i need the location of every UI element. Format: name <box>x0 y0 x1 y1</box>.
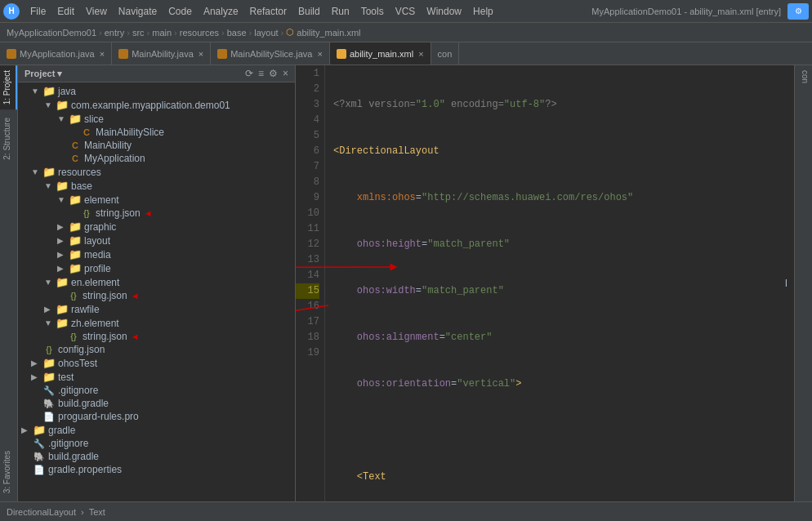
menu-vcs[interactable]: VCS <box>390 4 422 19</box>
breadcrumb-item-6[interactable]: layout <box>254 28 278 38</box>
tab-mainabilityslice-close[interactable]: × <box>317 49 322 59</box>
tab-abilitymain-label: ability_main.xml <box>350 49 413 59</box>
list-item[interactable]: {} string.json ◄ <box>18 289 295 302</box>
side-tab-favorites[interactable]: 3: Favorites <box>0 446 17 498</box>
menu-analyze[interactable]: Analyze <box>198 4 244 19</box>
tree-collapse-icon[interactable]: ≡ <box>258 68 264 79</box>
status-bar: DirectionalLayout › Text <box>0 501 812 521</box>
list-item[interactable]: 🐘 build.gradle <box>18 450 295 463</box>
menu-tools[interactable]: Tools <box>355 4 390 19</box>
list-item[interactable]: {} config.json <box>18 343 295 356</box>
menu-build[interactable]: Build <box>292 4 326 19</box>
tab-mainability-close[interactable]: × <box>199 49 203 59</box>
list-item[interactable]: ▶ 📁 profile <box>18 261 295 275</box>
tree-node-label: rawfile <box>71 304 100 315</box>
breadcrumb-item-7[interactable]: ⬡ <box>286 27 294 38</box>
status-breadcrumb-item-1[interactable]: Text <box>89 507 105 517</box>
breadcrumb-item-3[interactable]: main <box>152 28 172 38</box>
list-item[interactable]: C MainAbility <box>18 139 295 152</box>
code-line-1: <?xml version="1.0" encoding="utf-8"?> <box>333 97 794 113</box>
list-item[interactable]: 🐘 build.gradle <box>18 397 295 410</box>
code-line-7: ohos:orientation="vertical"> <box>333 376 794 392</box>
list-item[interactable]: ▶ 📁 ohosTest <box>18 356 295 370</box>
status-breadcrumb-item-0[interactable]: DirectionalLayout <box>7 507 76 517</box>
list-item[interactable]: 📄 gradle.properties <box>18 463 295 476</box>
folder-icon: 📁 <box>56 99 69 111</box>
side-tab-project[interactable]: 1: Project <box>0 65 17 109</box>
tab-con-label: con <box>438 49 453 59</box>
menu-navigate[interactable]: Navigate <box>113 4 163 19</box>
list-item[interactable]: ▼ 📁 zh.element <box>18 316 295 330</box>
menu-run[interactable]: Run <box>326 4 355 19</box>
folder-icon: 📁 <box>42 166 56 178</box>
tab-con[interactable]: con <box>431 42 460 65</box>
tab-mainabilityslice[interactable]: MainAbilitySlice.java × <box>211 42 330 65</box>
list-item[interactable]: 🔧 .gitignore <box>18 437 295 450</box>
right-tab-placeholder[interactable]: con <box>795 65 812 88</box>
list-item[interactable]: ▼ 📁 com.example.myapplication.demo01 <box>18 98 295 112</box>
list-item[interactable]: ▼ 📁 en.element <box>18 275 295 289</box>
arrow-indicator-2: ◄ <box>131 291 140 301</box>
line-numbers: 12345 678910 11121314 15 16171819 <box>296 65 325 501</box>
toolbar-settings[interactable]: ⚙ <box>787 3 809 20</box>
folder-arrow: ▼ <box>44 278 56 287</box>
breadcrumb-item-2[interactable]: src <box>132 28 145 38</box>
breadcrumb-item-0[interactable]: MyApplicationDemo01 <box>7 28 96 38</box>
breadcrumb-item-5[interactable]: base <box>227 28 247 38</box>
folder-icon: 📁 <box>56 180 69 192</box>
list-item[interactable]: ▼ 📁 base <box>18 179 295 193</box>
tree-settings-icon[interactable]: ⚙ <box>269 68 278 79</box>
side-tab-structure[interactable]: 2: Structure <box>0 113 17 165</box>
breadcrumb-item-4[interactable]: resources <box>180 28 219 38</box>
list-item[interactable]: ▶ 📁 layout <box>18 234 295 247</box>
tree-close-icon[interactable]: × <box>283 68 288 79</box>
file-tree-scroll[interactable]: ▼ 📁 java ▼ 📁 com.example.myapplication.d… <box>18 82 295 501</box>
list-item[interactable]: {} string.json ◄ <box>18 207 295 220</box>
list-item[interactable]: C MainAbilitySlice <box>18 126 295 139</box>
menu-help[interactable]: Help <box>467 4 499 19</box>
list-item[interactable]: ▶ 📁 graphic <box>18 220 295 234</box>
list-item[interactable]: ▶ 📁 media <box>18 247 295 261</box>
list-item[interactable]: ▼ 📁 resources <box>18 165 295 179</box>
tab-myapplication-close[interactable]: × <box>100 49 105 59</box>
breadcrumb-sep: › <box>249 28 252 38</box>
tab-abilitymain-close[interactable]: × <box>418 49 423 59</box>
tree-sync-icon[interactable]: ⟳ <box>245 68 253 79</box>
code-editor[interactable]: <?xml version="1.0" encoding="utf-8"?> <… <box>325 65 794 501</box>
breadcrumb-sep: › <box>174 28 177 38</box>
tab-abilitymain[interactable]: ability_main.xml × <box>330 42 431 65</box>
folder-arrow: ▶ <box>21 425 33 434</box>
list-item[interactable]: ▼ 📁 slice <box>18 112 295 126</box>
list-item[interactable]: 📄 proguard-rules.pro <box>18 410 295 423</box>
tree-node-label: en.element <box>71 277 119 288</box>
tab-mainability[interactable]: MainAbility.java × <box>112 42 211 65</box>
list-item[interactable]: ▶ 📁 test <box>18 370 295 384</box>
json-file-icon: {} <box>67 291 80 301</box>
menu-file[interactable]: File <box>25 4 51 19</box>
right-side-tabs: con <box>794 65 812 501</box>
code-line-9: <Text <box>333 470 794 485</box>
breadcrumb-file[interactable]: ability_main.xml <box>297 28 360 38</box>
tab-abilitymain-icon <box>337 49 346 59</box>
tree-node-label: MainAbility <box>84 140 132 151</box>
tab-myapplication[interactable]: MyApplication.java × <box>0 42 112 65</box>
menu-edit[interactable]: Edit <box>51 4 80 19</box>
editor-content[interactable]: 12345 678910 11121314 15 16171819 <?xml … <box>296 65 794 501</box>
folder-icon: 📁 <box>42 357 56 369</box>
list-item[interactable]: 🔧 .gitignore <box>18 384 295 397</box>
list-item[interactable]: ▼ 📁 java <box>18 84 295 98</box>
menu-code[interactable]: Code <box>163 4 198 19</box>
list-item[interactable]: {} string.json ◄ <box>18 330 295 343</box>
menu-window[interactable]: Window <box>421 4 467 19</box>
list-item[interactable]: ▶ 📁 rawfile <box>18 302 295 316</box>
list-item[interactable]: ▼ 📁 element <box>18 193 295 207</box>
code-line-6: ohos:alignment="center" <box>333 330 794 345</box>
list-item[interactable]: ▶ 📁 gradle <box>18 423 295 437</box>
menu-refactor[interactable]: Refactor <box>244 4 292 19</box>
breadcrumb-item-1[interactable]: entry <box>105 28 124 38</box>
menu-view[interactable]: View <box>80 4 113 19</box>
folder-icon: 📁 <box>69 113 82 125</box>
list-item[interactable]: C MyApplication <box>18 152 295 165</box>
folder-arrow: ▶ <box>44 305 56 314</box>
tree-node-label: gradle.properties <box>48 464 122 475</box>
